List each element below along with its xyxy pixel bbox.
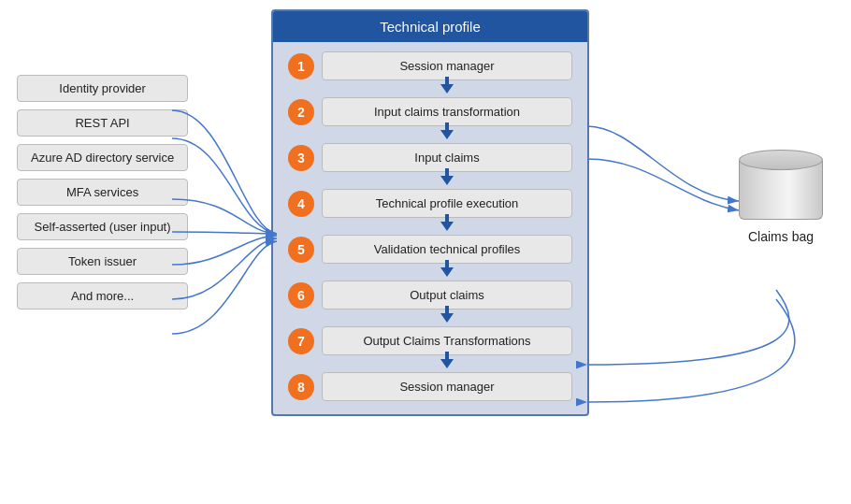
step-arrow-6-7 [288,310,572,326]
step-badge-2: 2 [288,99,314,125]
step-row-8: 8 Session manager [288,372,572,401]
left-box-identity-provider: Identity provider [17,75,188,102]
left-box-azure-ad: Azure AD directory service [17,144,188,171]
step-badge-7: 7 [288,328,314,354]
step-box-8: Session manager [322,372,572,401]
cylinder-icon [739,150,823,220]
tp-header: Technical profile [273,11,587,42]
step-badge-1: 1 [288,53,314,79]
step-row-4: 4 Technical profile execution [288,189,572,218]
left-box-rest-api: REST API [17,109,188,137]
step-row-7: 7 Output Claims Transformations [288,326,572,355]
cylinder-top [739,150,823,170]
tp-steps: 1 Session manager 2 Input claims transfo… [273,42,587,401]
step-arrow-1-2 [288,80,572,97]
step-row-5: 5 Validation technical profiles [288,235,572,264]
left-panel: Identity provider REST API Azure AD dire… [17,75,188,310]
step-row-3: 3 Input claims [288,143,572,172]
step-arrow-3-4 [288,172,572,189]
diagram-container: Identity provider REST API Azure AD dire… [0,0,851,504]
step-arrow-4-5 [288,218,572,235]
left-box-token-issuer: Token issuer [17,248,188,275]
step-badge-4: 4 [288,191,314,217]
left-box-mfa: MFA services [17,179,188,206]
step-arrow-5-6 [288,264,572,281]
step-badge-5: 5 [288,237,314,263]
step-arrow-7-8 [288,355,572,372]
claims-bag-label: Claims bag [748,229,814,244]
technical-profile-panel: Technical profile 1 Session manager 2 In… [271,9,589,416]
step-row-1: 1 Session manager [288,51,572,80]
left-box-and-more: And more... [17,282,188,310]
step-badge-6: 6 [288,282,314,309]
step-row-2: 2 Input claims transformation [288,97,572,126]
step-arrow-2-3 [288,126,572,143]
left-box-self-asserted: Self-asserted (user input) [17,213,188,240]
step-badge-8: 8 [288,374,314,400]
claims-bag: Claims bag [739,150,823,244]
step-badge-3: 3 [288,145,314,171]
step-row-6: 6 Output claims [288,281,572,310]
